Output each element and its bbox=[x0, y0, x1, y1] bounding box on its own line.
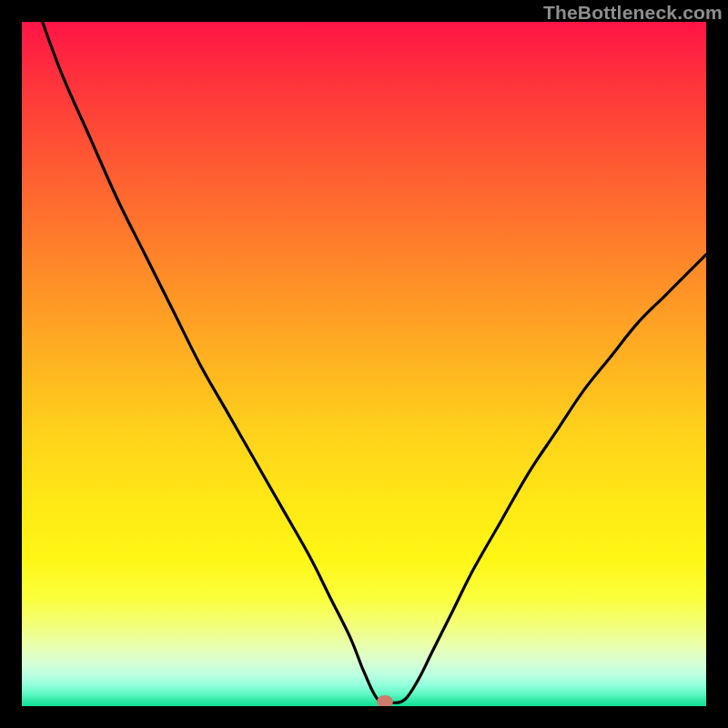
bottleneck-curve bbox=[22, 22, 706, 706]
plot-area bbox=[22, 22, 706, 706]
optimal-point-marker bbox=[377, 695, 393, 706]
watermark-text: TheBottleneck.com bbox=[543, 2, 723, 24]
chart-container: TheBottleneck.com bbox=[0, 0, 728, 728]
